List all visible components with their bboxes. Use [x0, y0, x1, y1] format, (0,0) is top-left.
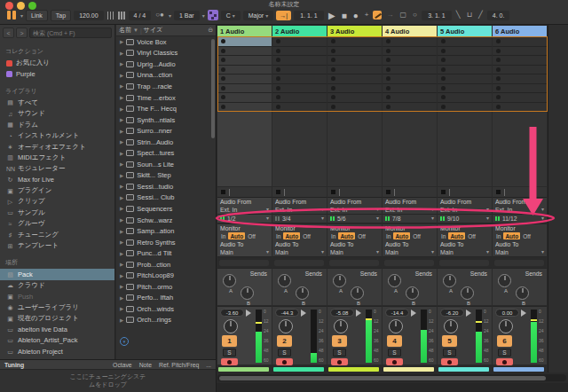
clip-slot[interactable]: [217, 84, 272, 94]
collapse-triangle-icon[interactable]: ▶: [120, 39, 123, 44]
clip-stop-row[interactable]: [438, 187, 492, 198]
input-channel-chooser[interactable]: 1/2▾: [217, 215, 272, 223]
file-list-item[interactable]: ▶ Skitt... Step: [116, 170, 216, 182]
clip-stop-row[interactable]: [383, 187, 437, 198]
sidebar-item-grooves[interactable]: ≈ グルーヴ: [0, 218, 114, 229]
pan-knob[interactable]: [389, 319, 403, 333]
clip-slot[interactable]: [327, 74, 382, 84]
metronome-icon[interactable]: ○●: [154, 11, 166, 20]
arm-button[interactable]: [386, 358, 403, 365]
monitor-in-button[interactable]: In: [276, 233, 280, 239]
clip-slot[interactable]: [327, 84, 382, 94]
sidebar-item-ableton-artist-pack[interactable]: ▭ Ableton_Artist_Pack: [0, 335, 114, 346]
record-button[interactable]: ●: [351, 11, 360, 20]
arm-button[interactable]: [221, 358, 238, 365]
key-scale-menu[interactable]: Major ▾: [243, 11, 273, 20]
volume-display[interactable]: -3.60: [220, 309, 244, 317]
clip-slot[interactable]: [217, 103, 272, 113]
clip-slot[interactable]: [438, 84, 492, 94]
volume-display[interactable]: -6.20: [440, 309, 464, 317]
capture-midi-icon[interactable]: ▢: [398, 11, 408, 20]
file-list-scrollbar[interactable]: [211, 39, 215, 138]
clip-slot[interactable]: [383, 47, 437, 57]
file-list-item[interactable]: ▶ Orch...winds: [116, 303, 216, 315]
minus-circle-icon[interactable]: ⊖: [208, 27, 213, 34]
collapse-triangle-icon[interactable]: ▶: [120, 151, 123, 156]
track-title[interactable]: 4 Audio: [383, 26, 437, 37]
sidebar-item-user-library[interactable]: ◉ ユーザーライブラリ: [0, 302, 114, 312]
tempo-display[interactable]: 120.00: [74, 11, 103, 20]
sidebar-item-pack[interactable]: ▧ Pack: [0, 269, 114, 279]
browser-forward-button[interactable]: >: [16, 27, 28, 38]
sidebar-item-ableton-project[interactable]: ▭ Ableton Project: [0, 346, 114, 357]
file-list-item[interactable]: ▶ Surro...nner: [116, 125, 216, 137]
solo-button[interactable]: S: [278, 349, 291, 357]
monitor-off-button[interactable]: Off: [303, 233, 311, 239]
collapse-triangle-icon[interactable]: ▶: [120, 195, 123, 200]
collapse-triangle-icon[interactable]: ▶: [120, 306, 123, 311]
collapse-triangle-icon[interactable]: ▶: [120, 161, 123, 167]
clip-slot[interactable]: [438, 93, 492, 103]
follow-button[interactable]: →|: [276, 11, 291, 20]
track-activator-button[interactable]: 3: [332, 335, 347, 347]
clip-slot[interactable]: [327, 56, 382, 66]
monitor-in-button[interactable]: In: [441, 233, 446, 239]
clip-slot[interactable]: [217, 47, 272, 57]
clip-slot[interactable]: [383, 66, 437, 75]
output-chooser[interactable]: Main▾: [383, 248, 437, 257]
arm-button[interactable]: [331, 358, 348, 365]
clip-slot[interactable]: [493, 103, 547, 113]
send-a-knob[interactable]: [388, 274, 401, 287]
collapse-triangle-icon[interactable]: ▶: [120, 184, 123, 189]
size-column-header[interactable]: サイズ: [144, 26, 163, 35]
fader-handle-icon[interactable]: [411, 310, 416, 317]
clip-stop-row[interactable]: [327, 187, 382, 198]
input-channel-chooser[interactable]: 9/10▾: [438, 215, 492, 223]
collapse-triangle-icon[interactable]: ▶: [120, 318, 123, 323]
output-chooser[interactable]: Main▾: [217, 248, 272, 257]
send-a-knob[interactable]: [498, 274, 511, 287]
send-b-knob[interactable]: [296, 286, 309, 300]
output-chooser[interactable]: Main▾: [327, 248, 382, 257]
pan-knob[interactable]: [279, 319, 293, 333]
track-title[interactable]: 5 Audio: [438, 26, 492, 37]
tap-tempo-button[interactable]: Tap: [51, 10, 71, 21]
clip-slot[interactable]: [438, 56, 492, 66]
track-title[interactable]: 1 Audio: [217, 26, 272, 37]
solo-button[interactable]: S: [388, 349, 401, 357]
file-list-item[interactable]: ▶ Pitch...ormo: [116, 281, 216, 293]
clip-slot[interactable]: [272, 103, 327, 113]
input-channel-chooser[interactable]: 7/8▾: [383, 215, 437, 223]
input-type-chooser[interactable]: Ext. In▾: [493, 206, 547, 215]
sidebar-item-clips[interactable]: ▷ クリップ: [0, 196, 114, 207]
send-b-knob[interactable]: [351, 286, 364, 300]
send-b-knob[interactable]: [241, 286, 254, 300]
sidebar-item-modulators[interactable]: NN モジュレーター: [0, 163, 114, 174]
file-list-item[interactable]: ▶ Punc...d Tilt: [116, 247, 216, 259]
fader-handle-icon[interactable]: [356, 310, 361, 317]
file-list-item[interactable]: ▶ Spect...tures: [116, 147, 216, 159]
clip-slot[interactable]: [272, 74, 327, 84]
quantize-menu[interactable]: 1 Bar: [174, 11, 200, 20]
sidebar-item-plugins[interactable]: ▣ プラグイン: [0, 185, 114, 196]
send-a-knob[interactable]: [333, 274, 346, 287]
collapse-triangle-icon[interactable]: ▶: [120, 129, 123, 134]
sidebar-item-instruments[interactable]: ◔ インストゥルメント: [0, 130, 114, 141]
fader-handle-icon[interactable]: [466, 310, 471, 317]
solo-button[interactable]: S: [333, 349, 346, 357]
file-list-item[interactable]: ▶ Prob...ction: [116, 259, 216, 270]
volume-display[interactable]: 0.00: [495, 309, 519, 317]
sidebar-item-max-for-live[interactable]: ↻ Max for Live: [0, 175, 114, 185]
clip-slot[interactable]: [438, 74, 492, 84]
monitor-in-button[interactable]: In: [496, 233, 501, 239]
pan-knob[interactable]: [334, 319, 348, 333]
collapse-triangle-icon[interactable]: ▶: [120, 239, 123, 245]
track-title[interactable]: 3 Audio: [327, 26, 382, 37]
file-list-item[interactable]: ▶ Schw...warz: [116, 215, 216, 226]
arm-button[interactable]: [441, 358, 458, 365]
collapse-triangle-icon[interactable]: ▶: [120, 106, 123, 112]
track-activator-button[interactable]: 6: [497, 335, 512, 347]
fader-handle-icon[interactable]: [521, 310, 526, 317]
file-list-item[interactable]: ▶ Time ...erbox: [116, 92, 216, 104]
arm-button[interactable]: [276, 358, 293, 365]
